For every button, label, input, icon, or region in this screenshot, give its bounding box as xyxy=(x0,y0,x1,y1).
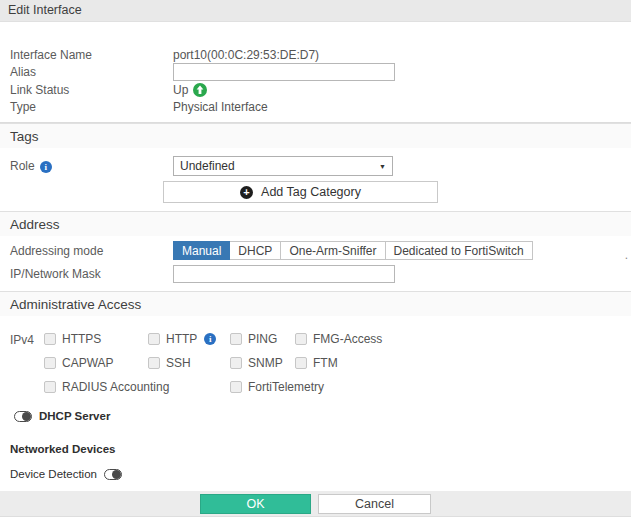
ftm-checkbox[interactable] xyxy=(295,357,307,369)
alias-row: Alias xyxy=(0,63,631,81)
ssh-label: SSH xyxy=(166,356,191,370)
access-option-capwap: CAPWAP xyxy=(44,356,148,370)
ip-mask-label: IP/Network Mask xyxy=(10,267,173,281)
ftm-label: FTM xyxy=(313,356,338,370)
mode-dedicated-fortiswitch-button[interactable]: Dedicated to FortiSwitch xyxy=(386,241,533,260)
ipv4-label: IPv4 xyxy=(10,332,44,394)
fortitelemetry-label: FortiTelemetry xyxy=(248,380,324,394)
interface-name-value: port10(00:0C:29:53:DE:D7) xyxy=(173,48,319,62)
mode-dhcp-button[interactable]: DHCP xyxy=(230,241,281,260)
dhcp-server-toggle[interactable] xyxy=(14,411,32,422)
plus-icon: + xyxy=(240,186,253,199)
snmp-checkbox[interactable] xyxy=(230,357,242,369)
device-detection-row: Device Detection xyxy=(0,468,631,480)
ping-checkbox[interactable] xyxy=(230,333,242,345)
http-checkbox[interactable] xyxy=(148,333,160,345)
role-info-icon[interactable]: i xyxy=(40,161,52,173)
radius-accounting-label: RADIUS Accounting xyxy=(62,380,169,394)
addressing-mode-segmented-control: Manual DHCP One-Arm-Sniffer Dedicated to… xyxy=(173,241,533,260)
dhcp-server-row: DHCP Server xyxy=(0,410,631,422)
interface-name-row: Interface Name port10(00:0C:29:53:DE:D7) xyxy=(0,46,631,63)
access-option-radius-accounting: RADIUS Accounting xyxy=(44,380,230,394)
link-status-row: Link Status Up xyxy=(0,81,631,98)
mode-manual-button[interactable]: Manual xyxy=(173,241,230,260)
link-status-value: Up xyxy=(173,83,188,97)
device-detection-label: Device Detection xyxy=(10,468,97,480)
general-section: Interface Name port10(00:0C:29:53:DE:D7)… xyxy=(0,46,631,115)
type-row: Type Physical Interface xyxy=(0,98,631,115)
fmg-access-label: FMG-Access xyxy=(313,332,382,346)
link-status-label: Link Status xyxy=(10,83,173,97)
role-label-text: Role xyxy=(10,159,35,173)
ip-mask-input[interactable] xyxy=(173,265,395,283)
access-option-ftm: FTM xyxy=(295,356,382,370)
access-option-fortitelemetry: FortiTelemetry xyxy=(230,380,382,394)
device-detection-toggle[interactable] xyxy=(104,469,122,480)
access-option-snmp: SNMP xyxy=(230,356,295,370)
capwap-checkbox[interactable] xyxy=(44,357,56,369)
access-option-https: HTTPS xyxy=(44,332,148,346)
chevron-down-icon: ▼ xyxy=(379,163,386,170)
access-option-fmg-access: FMG-Access xyxy=(295,332,382,346)
ipv4-access-grid: HTTPS HTTP i PING FMG-Access CAPWAP S xyxy=(44,332,382,394)
ping-label: PING xyxy=(248,332,277,346)
type-value: Physical Interface xyxy=(173,100,268,114)
admin-access-section-header: Administrative Access xyxy=(0,291,631,316)
role-dropdown-value: Undefined xyxy=(180,159,379,173)
tags-section-header: Tags xyxy=(0,123,631,148)
role-row: Rolei Undefined ▼ xyxy=(0,155,631,177)
access-option-http: HTTP i xyxy=(148,332,230,346)
ssh-checkbox[interactable] xyxy=(148,357,160,369)
http-info-icon[interactable]: i xyxy=(204,333,216,345)
http-label: HTTP xyxy=(166,332,197,346)
networked-devices-title: Networked Devices xyxy=(0,443,631,455)
access-option-ping: PING xyxy=(230,332,295,346)
add-tag-category-label: Add Tag Category xyxy=(261,185,361,199)
ipv4-access-row: IPv4 HTTPS HTTP i PING FMG-Access CAPWA xyxy=(0,332,631,394)
add-tag-category-button[interactable]: + Add Tag Category xyxy=(163,181,438,203)
alias-input[interactable] xyxy=(173,63,395,81)
role-label: Rolei xyxy=(10,159,173,173)
dhcp-server-label: DHCP Server xyxy=(39,410,110,422)
alias-label: Alias xyxy=(10,65,173,79)
fmg-access-checkbox[interactable] xyxy=(295,333,307,345)
cancel-button[interactable]: Cancel xyxy=(318,494,431,514)
page-title: Edit Interface xyxy=(0,0,631,22)
addressing-mode-label: Addressing mode xyxy=(10,244,173,258)
address-section-header: Address xyxy=(0,211,631,236)
link-up-icon xyxy=(193,83,207,97)
add-tag-row: + Add Tag Category xyxy=(0,181,631,203)
https-label: HTTPS xyxy=(62,332,101,346)
fortitelemetry-checkbox[interactable] xyxy=(230,381,242,393)
https-checkbox[interactable] xyxy=(44,333,56,345)
capwap-label: CAPWAP xyxy=(62,356,114,370)
radius-accounting-checkbox[interactable] xyxy=(44,381,56,393)
snmp-label: SNMP xyxy=(248,356,283,370)
type-label: Type xyxy=(10,100,173,114)
edit-interface-dialog: Edit Interface Interface Name port10(00:… xyxy=(0,0,631,522)
interface-name-label: Interface Name xyxy=(10,48,173,62)
access-option-ssh: SSH xyxy=(148,356,230,370)
ip-mask-row: IP/Network Mask xyxy=(0,265,631,283)
role-dropdown[interactable]: Undefined ▼ xyxy=(173,156,393,176)
stray-dot: . xyxy=(625,248,628,262)
addressing-mode-row: Addressing mode Manual DHCP One-Arm-Snif… xyxy=(0,241,631,260)
mode-one-arm-sniffer-button[interactable]: One-Arm-Sniffer xyxy=(281,241,385,260)
ok-button[interactable]: OK xyxy=(200,494,311,514)
footer-bar: OK Cancel xyxy=(0,491,631,517)
